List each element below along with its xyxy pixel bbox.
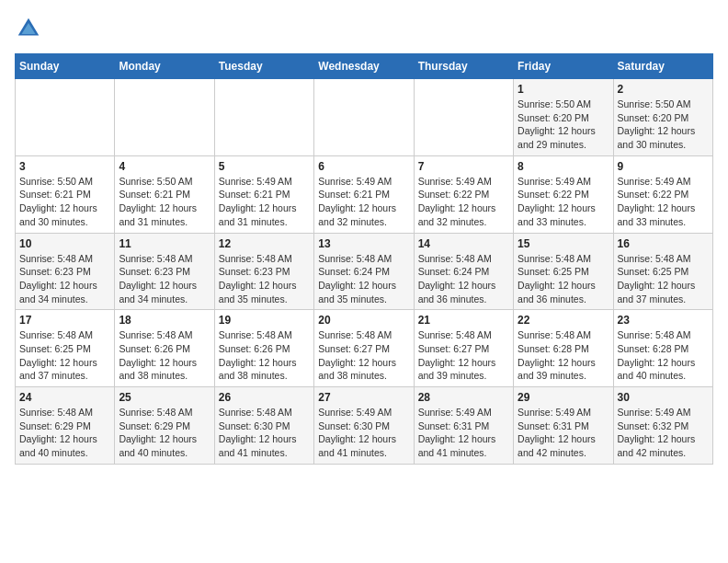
day-of-week-header: Thursday <box>414 54 513 79</box>
logo <box>15 15 46 42</box>
day-info: Sunrise: 5:48 AM Sunset: 6:24 PM Dayligh… <box>418 252 509 306</box>
day-info: Sunrise: 5:49 AM Sunset: 6:21 PM Dayligh… <box>219 175 310 229</box>
calendar-cell: 2Sunrise: 5:50 AM Sunset: 6:20 PM Daylig… <box>613 79 712 156</box>
day-info: Sunrise: 5:48 AM Sunset: 6:30 PM Dayligh… <box>219 406 310 460</box>
day-number: 24 <box>19 391 110 404</box>
day-info: Sunrise: 5:50 AM Sunset: 6:20 PM Dayligh… <box>518 98 609 152</box>
day-info: Sunrise: 5:48 AM Sunset: 6:26 PM Dayligh… <box>119 328 210 383</box>
day-info: Sunrise: 5:48 AM Sunset: 6:25 PM Dayligh… <box>618 252 709 306</box>
calendar-cell: 15Sunrise: 5:48 AM Sunset: 6:25 PM Dayli… <box>514 233 613 310</box>
calendar-cell: 22Sunrise: 5:48 AM Sunset: 6:28 PM Dayli… <box>514 310 613 387</box>
calendar-cell: 11Sunrise: 5:48 AM Sunset: 6:23 PM Dayli… <box>115 233 214 310</box>
calendar-cell: 4Sunrise: 5:50 AM Sunset: 6:21 PM Daylig… <box>115 155 214 233</box>
day-info: Sunrise: 5:48 AM Sunset: 6:26 PM Dayligh… <box>219 328 310 383</box>
calendar-cell: 20Sunrise: 5:48 AM Sunset: 6:27 PM Dayli… <box>314 310 414 387</box>
calendar-cell: 12Sunrise: 5:48 AM Sunset: 6:23 PM Dayli… <box>214 233 313 310</box>
day-number: 13 <box>318 237 409 250</box>
day-number: 4 <box>119 160 210 173</box>
day-of-week-header: Sunday <box>16 54 115 79</box>
day-number: 14 <box>418 237 509 250</box>
day-info: Sunrise: 5:49 AM Sunset: 6:32 PM Dayligh… <box>618 406 709 460</box>
calendar-cell: 3Sunrise: 5:50 AM Sunset: 6:21 PM Daylig… <box>16 155 115 233</box>
day-number: 18 <box>119 314 210 327</box>
day-info: Sunrise: 5:50 AM Sunset: 6:20 PM Dayligh… <box>618 98 709 152</box>
day-number: 5 <box>219 160 310 173</box>
calendar-cell: 16Sunrise: 5:48 AM Sunset: 6:25 PM Dayli… <box>613 233 712 310</box>
day-number: 6 <box>318 160 409 173</box>
calendar-cell: 29Sunrise: 5:49 AM Sunset: 6:31 PM Dayli… <box>514 387 613 465</box>
day-info: Sunrise: 5:48 AM Sunset: 6:29 PM Dayligh… <box>119 406 210 460</box>
day-info: Sunrise: 5:48 AM Sunset: 6:29 PM Dayligh… <box>19 406 110 460</box>
calendar-cell: 1Sunrise: 5:50 AM Sunset: 6:20 PM Daylig… <box>514 79 613 156</box>
calendar-week-row: 3Sunrise: 5:50 AM Sunset: 6:21 PM Daylig… <box>16 155 713 233</box>
day-info: Sunrise: 5:48 AM Sunset: 6:25 PM Dayligh… <box>19 328 110 383</box>
day-info: Sunrise: 5:48 AM Sunset: 6:23 PM Dayligh… <box>119 252 210 306</box>
calendar-week-row: 10Sunrise: 5:48 AM Sunset: 6:23 PM Dayli… <box>16 233 713 310</box>
day-of-week-header: Wednesday <box>314 54 414 79</box>
day-number: 10 <box>19 237 110 250</box>
day-number: 19 <box>219 314 310 327</box>
day-number: 21 <box>418 314 509 327</box>
calendar-cell: 21Sunrise: 5:48 AM Sunset: 6:27 PM Dayli… <box>414 310 513 387</box>
day-number: 7 <box>418 160 509 173</box>
day-number: 30 <box>618 391 709 404</box>
day-info: Sunrise: 5:48 AM Sunset: 6:23 PM Dayligh… <box>19 252 110 306</box>
calendar-cell: 24Sunrise: 5:48 AM Sunset: 6:29 PM Dayli… <box>16 387 115 465</box>
calendar: SundayMondayTuesdayWednesdayThursdayFrid… <box>15 53 713 465</box>
day-info: Sunrise: 5:49 AM Sunset: 6:31 PM Dayligh… <box>418 406 509 460</box>
day-number: 27 <box>318 391 409 404</box>
day-number: 9 <box>618 160 709 173</box>
day-info: Sunrise: 5:50 AM Sunset: 6:21 PM Dayligh… <box>19 175 110 229</box>
day-info: Sunrise: 5:49 AM Sunset: 6:22 PM Dayligh… <box>518 175 609 229</box>
day-info: Sunrise: 5:49 AM Sunset: 6:21 PM Dayligh… <box>318 175 409 229</box>
calendar-cell <box>414 79 513 156</box>
page-header <box>15 15 713 42</box>
day-number: 11 <box>119 237 210 250</box>
day-number: 3 <box>19 160 110 173</box>
calendar-week-row: 17Sunrise: 5:48 AM Sunset: 6:25 PM Dayli… <box>16 310 713 387</box>
calendar-cell <box>16 79 115 156</box>
calendar-cell: 26Sunrise: 5:48 AM Sunset: 6:30 PM Dayli… <box>214 387 313 465</box>
day-number: 25 <box>119 391 210 404</box>
day-number: 15 <box>518 237 609 250</box>
day-number: 28 <box>418 391 509 404</box>
calendar-cell: 13Sunrise: 5:48 AM Sunset: 6:24 PM Dayli… <box>314 233 414 310</box>
day-number: 12 <box>219 237 310 250</box>
day-info: Sunrise: 5:48 AM Sunset: 6:24 PM Dayligh… <box>318 252 409 306</box>
calendar-cell: 25Sunrise: 5:48 AM Sunset: 6:29 PM Dayli… <box>115 387 214 465</box>
calendar-cell <box>214 79 313 156</box>
calendar-cell: 7Sunrise: 5:49 AM Sunset: 6:22 PM Daylig… <box>414 155 513 233</box>
calendar-cell <box>314 79 414 156</box>
day-info: Sunrise: 5:49 AM Sunset: 6:31 PM Dayligh… <box>518 406 609 460</box>
calendar-cell: 23Sunrise: 5:48 AM Sunset: 6:28 PM Dayli… <box>613 310 712 387</box>
day-info: Sunrise: 5:49 AM Sunset: 6:30 PM Dayligh… <box>318 406 409 460</box>
day-info: Sunrise: 5:48 AM Sunset: 6:28 PM Dayligh… <box>518 328 609 383</box>
calendar-cell: 19Sunrise: 5:48 AM Sunset: 6:26 PM Dayli… <box>214 310 313 387</box>
day-number: 29 <box>518 391 609 404</box>
calendar-cell: 9Sunrise: 5:49 AM Sunset: 6:22 PM Daylig… <box>613 155 712 233</box>
day-info: Sunrise: 5:48 AM Sunset: 6:25 PM Dayligh… <box>518 252 609 306</box>
day-of-week-header: Friday <box>514 54 613 79</box>
calendar-cell: 17Sunrise: 5:48 AM Sunset: 6:25 PM Dayli… <box>16 310 115 387</box>
day-of-week-header: Tuesday <box>214 54 313 79</box>
day-number: 20 <box>318 314 409 327</box>
day-number: 22 <box>518 314 609 327</box>
day-number: 26 <box>219 391 310 404</box>
day-info: Sunrise: 5:48 AM Sunset: 6:28 PM Dayligh… <box>618 328 709 383</box>
calendar-cell: 30Sunrise: 5:49 AM Sunset: 6:32 PM Dayli… <box>613 387 712 465</box>
calendar-cell: 14Sunrise: 5:48 AM Sunset: 6:24 PM Dayli… <box>414 233 513 310</box>
calendar-cell: 10Sunrise: 5:48 AM Sunset: 6:23 PM Dayli… <box>16 233 115 310</box>
day-number: 1 <box>518 83 609 96</box>
calendar-cell: 5Sunrise: 5:49 AM Sunset: 6:21 PM Daylig… <box>214 155 313 233</box>
day-of-week-header: Saturday <box>613 54 712 79</box>
calendar-header-row: SundayMondayTuesdayWednesdayThursdayFrid… <box>16 54 713 79</box>
day-number: 17 <box>19 314 110 327</box>
calendar-cell: 28Sunrise: 5:49 AM Sunset: 6:31 PM Dayli… <box>414 387 513 465</box>
day-info: Sunrise: 5:48 AM Sunset: 6:27 PM Dayligh… <box>418 328 509 383</box>
day-number: 16 <box>618 237 709 250</box>
calendar-cell: 27Sunrise: 5:49 AM Sunset: 6:30 PM Dayli… <box>314 387 414 465</box>
calendar-cell: 8Sunrise: 5:49 AM Sunset: 6:22 PM Daylig… <box>514 155 613 233</box>
calendar-cell <box>115 79 214 156</box>
day-info: Sunrise: 5:49 AM Sunset: 6:22 PM Dayligh… <box>418 175 509 229</box>
day-info: Sunrise: 5:48 AM Sunset: 6:23 PM Dayligh… <box>219 252 310 306</box>
